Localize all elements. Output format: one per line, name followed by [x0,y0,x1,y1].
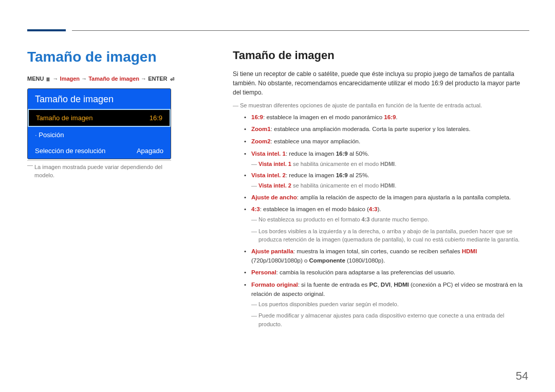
ports-vary-note: Los puertos disponibles pueden variar se… [251,300,529,309]
bc-enter: ENTER [148,76,167,82]
osd-row-resolucion[interactable]: Selección de resolución Apagado [28,143,171,159]
osd-row-label: Tamaño de imagen [36,114,93,122]
vista1-note: Vista intel. 1 se habilita únicamente en… [251,160,529,169]
term: Ajuste pantalla [251,248,293,254]
43-note-1: No establezca su producto en el formato … [251,215,529,224]
model-vary-note: La imagen mostrada puede variar dependie… [27,160,171,180]
term: Zoom1 [251,126,271,132]
bc-menu: MENU [27,76,44,82]
term: Zoom2 [251,138,271,144]
osd-menu-title: Tamaño de imagen [28,89,171,109]
option-formato-original: Formato original: si la fuente de entrad… [246,281,529,328]
intro-paragraph: Si tiene un receptor de cable o satélite… [233,69,529,97]
option-vista1: Vista intel. 1: reduce la imagen 16:9 al… [246,150,529,168]
options-list: 16:9: establece la imagen en el modo pan… [233,113,529,329]
accent-bar [27,29,66,31]
option-zoom2: Zoom2: establece una mayor ampliación. [246,137,529,146]
term: Vista intel. 2 [251,172,286,178]
option-personal: Personal: cambia la resolución para adap… [246,268,529,277]
page-content: Tamaño de imagen MENU Ⅲ → Imagen → Tamañ… [27,49,529,382]
left-column: Tamaño de imagen MENU Ⅲ → Imagen → Tamañ… [27,49,202,183]
option-vista2: Vista intel. 2: reduce la imagen 16:9 al… [246,171,529,190]
osd-menu: Tamaño de imagen Tamaño de imagen 16:9 P… [27,88,171,159]
option-ajuste-ancho: Ajuste de ancho: amplía la relación de a… [246,193,529,202]
section-heading-right: Tamaño de imagen [233,49,529,62]
term: Formato original [251,282,298,288]
input-source-note: Se muestran diferentes opciones de ajust… [233,101,529,110]
bc-sep: → [81,76,88,82]
term: Personal [251,269,276,275]
bc-sep: → [53,76,60,82]
term: 16:9 [251,114,263,120]
term: 4:3 [251,206,260,212]
right-column: Tamaño de imagen Si tiene un receptor de… [233,49,529,328]
osd-row-value: 16:9 [150,114,162,122]
osd-row-value: Apagado [137,147,163,155]
store-settings-note: Puede modificar y almacenar ajustes para… [251,311,529,328]
enter-icon: ⏎ [169,77,175,82]
osd-row-label: Posición [35,131,64,139]
menu-icon: Ⅲ [45,77,51,82]
option-16-9: 16:9: establece la imagen en el modo pan… [246,113,529,122]
page-number: 54 [516,369,528,383]
term: Vista intel. 1 [251,151,286,157]
header-rule [72,30,529,31]
section-heading-left: Tamaño de imagen [27,49,202,65]
term: Ajuste de ancho [251,194,297,200]
menu-path: MENU Ⅲ → Imagen → Tamaño de imagen → ENT… [27,76,202,82]
bc-imagen: Imagen [60,76,80,82]
osd-row-label: Selección de resolución [35,147,105,155]
option-4-3: 4:3: establece la imagen en el modo bási… [246,205,529,244]
osd-row-posicion[interactable]: Posición [28,127,171,143]
osd-row-tamano[interactable]: Tamaño de imagen 16:9 [28,109,171,127]
vista2-note: Vista intel. 2 se habilita únicamente en… [251,181,529,190]
option-ajuste-pantalla: Ajuste pantalla: muestra la imagen total… [246,247,529,266]
bc-sep: → [141,76,148,82]
43-note-2: Los bordes visibles a la izquierda y a l… [251,227,529,244]
option-zoom1: Zoom1: establece una ampliación moderada… [246,125,529,134]
bc-tamano: Tamaño de imagen [88,76,139,82]
